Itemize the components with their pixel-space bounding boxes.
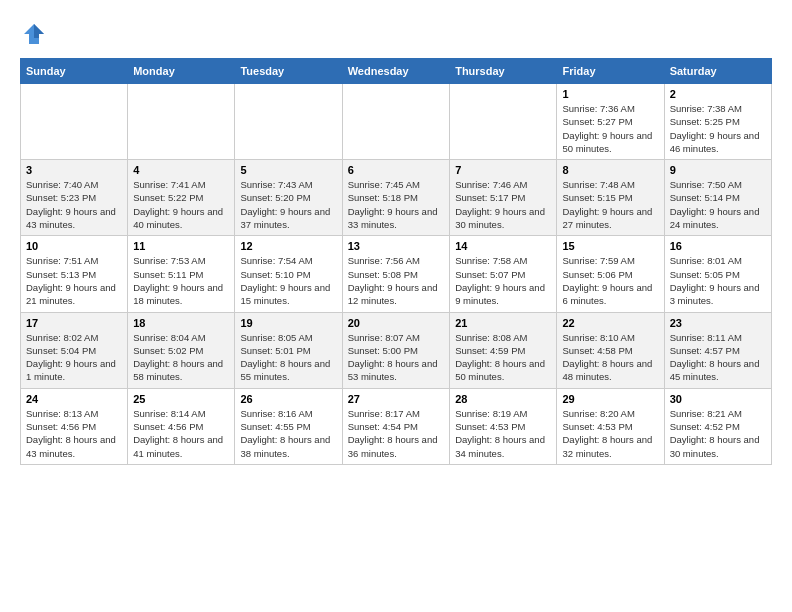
day-number: 23 [670,317,766,329]
day-number: 2 [670,88,766,100]
day-number: 15 [562,240,658,252]
day-info: Sunrise: 7:53 AM Sunset: 5:11 PM Dayligh… [133,254,229,307]
calendar-cell: 16Sunrise: 8:01 AM Sunset: 5:05 PM Dayli… [664,236,771,312]
calendar-cell: 21Sunrise: 8:08 AM Sunset: 4:59 PM Dayli… [450,312,557,388]
day-info: Sunrise: 8:19 AM Sunset: 4:53 PM Dayligh… [455,407,551,460]
weekday-header-row: SundayMondayTuesdayWednesdayThursdayFrid… [21,59,772,84]
calendar-cell: 20Sunrise: 8:07 AM Sunset: 5:00 PM Dayli… [342,312,449,388]
calendar-cell: 18Sunrise: 8:04 AM Sunset: 5:02 PM Dayli… [128,312,235,388]
day-number: 17 [26,317,122,329]
day-number: 8 [562,164,658,176]
calendar-cell [21,84,128,160]
calendar-cell: 23Sunrise: 8:11 AM Sunset: 4:57 PM Dayli… [664,312,771,388]
calendar-cell: 8Sunrise: 7:48 AM Sunset: 5:15 PM Daylig… [557,160,664,236]
calendar-cell [450,84,557,160]
calendar-cell: 9Sunrise: 7:50 AM Sunset: 5:14 PM Daylig… [664,160,771,236]
calendar-cell: 25Sunrise: 8:14 AM Sunset: 4:56 PM Dayli… [128,388,235,464]
header [20,20,772,48]
calendar-cell: 7Sunrise: 7:46 AM Sunset: 5:17 PM Daylig… [450,160,557,236]
calendar-row-week-4: 17Sunrise: 8:02 AM Sunset: 5:04 PM Dayli… [21,312,772,388]
calendar-cell: 6Sunrise: 7:45 AM Sunset: 5:18 PM Daylig… [342,160,449,236]
day-number: 22 [562,317,658,329]
day-info: Sunrise: 8:07 AM Sunset: 5:00 PM Dayligh… [348,331,444,384]
day-info: Sunrise: 7:46 AM Sunset: 5:17 PM Dayligh… [455,178,551,231]
day-info: Sunrise: 7:51 AM Sunset: 5:13 PM Dayligh… [26,254,122,307]
day-info: Sunrise: 7:36 AM Sunset: 5:27 PM Dayligh… [562,102,658,155]
calendar-cell: 17Sunrise: 8:02 AM Sunset: 5:04 PM Dayli… [21,312,128,388]
weekday-header-friday: Friday [557,59,664,84]
calendar-cell: 27Sunrise: 8:17 AM Sunset: 4:54 PM Dayli… [342,388,449,464]
day-number: 4 [133,164,229,176]
day-info: Sunrise: 8:02 AM Sunset: 5:04 PM Dayligh… [26,331,122,384]
day-number: 7 [455,164,551,176]
day-info: Sunrise: 8:04 AM Sunset: 5:02 PM Dayligh… [133,331,229,384]
calendar-cell: 22Sunrise: 8:10 AM Sunset: 4:58 PM Dayli… [557,312,664,388]
calendar-cell: 14Sunrise: 7:58 AM Sunset: 5:07 PM Dayli… [450,236,557,312]
calendar-cell: 19Sunrise: 8:05 AM Sunset: 5:01 PM Dayli… [235,312,342,388]
day-info: Sunrise: 8:20 AM Sunset: 4:53 PM Dayligh… [562,407,658,460]
day-number: 5 [240,164,336,176]
day-number: 6 [348,164,444,176]
day-info: Sunrise: 8:17 AM Sunset: 4:54 PM Dayligh… [348,407,444,460]
calendar-cell: 24Sunrise: 8:13 AM Sunset: 4:56 PM Dayli… [21,388,128,464]
calendar-row-week-1: 1Sunrise: 7:36 AM Sunset: 5:27 PM Daylig… [21,84,772,160]
calendar-cell: 1Sunrise: 7:36 AM Sunset: 5:27 PM Daylig… [557,84,664,160]
day-number: 21 [455,317,551,329]
day-number: 26 [240,393,336,405]
calendar-cell [342,84,449,160]
calendar-row-week-2: 3Sunrise: 7:40 AM Sunset: 5:23 PM Daylig… [21,160,772,236]
day-info: Sunrise: 7:56 AM Sunset: 5:08 PM Dayligh… [348,254,444,307]
day-info: Sunrise: 8:21 AM Sunset: 4:52 PM Dayligh… [670,407,766,460]
calendar-cell: 15Sunrise: 7:59 AM Sunset: 5:06 PM Dayli… [557,236,664,312]
calendar-cell: 30Sunrise: 8:21 AM Sunset: 4:52 PM Dayli… [664,388,771,464]
weekday-header-wednesday: Wednesday [342,59,449,84]
day-info: Sunrise: 7:41 AM Sunset: 5:22 PM Dayligh… [133,178,229,231]
calendar-row-week-5: 24Sunrise: 8:13 AM Sunset: 4:56 PM Dayli… [21,388,772,464]
day-number: 10 [26,240,122,252]
calendar-cell: 26Sunrise: 8:16 AM Sunset: 4:55 PM Dayli… [235,388,342,464]
calendar-cell: 10Sunrise: 7:51 AM Sunset: 5:13 PM Dayli… [21,236,128,312]
calendar-cell: 11Sunrise: 7:53 AM Sunset: 5:11 PM Dayli… [128,236,235,312]
calendar-cell [128,84,235,160]
calendar-cell: 29Sunrise: 8:20 AM Sunset: 4:53 PM Dayli… [557,388,664,464]
day-number: 16 [670,240,766,252]
weekday-header-sunday: Sunday [21,59,128,84]
day-info: Sunrise: 7:58 AM Sunset: 5:07 PM Dayligh… [455,254,551,307]
calendar-cell: 28Sunrise: 8:19 AM Sunset: 4:53 PM Dayli… [450,388,557,464]
day-info: Sunrise: 8:10 AM Sunset: 4:58 PM Dayligh… [562,331,658,384]
day-info: Sunrise: 8:01 AM Sunset: 5:05 PM Dayligh… [670,254,766,307]
weekday-header-thursday: Thursday [450,59,557,84]
day-info: Sunrise: 8:13 AM Sunset: 4:56 PM Dayligh… [26,407,122,460]
logo [20,20,50,48]
day-number: 9 [670,164,766,176]
day-info: Sunrise: 7:45 AM Sunset: 5:18 PM Dayligh… [348,178,444,231]
day-info: Sunrise: 7:40 AM Sunset: 5:23 PM Dayligh… [26,178,122,231]
weekday-header-saturday: Saturday [664,59,771,84]
calendar-cell: 12Sunrise: 7:54 AM Sunset: 5:10 PM Dayli… [235,236,342,312]
calendar-cell [235,84,342,160]
day-info: Sunrise: 8:11 AM Sunset: 4:57 PM Dayligh… [670,331,766,384]
day-number: 29 [562,393,658,405]
calendar-cell: 5Sunrise: 7:43 AM Sunset: 5:20 PM Daylig… [235,160,342,236]
calendar-cell: 13Sunrise: 7:56 AM Sunset: 5:08 PM Dayli… [342,236,449,312]
day-info: Sunrise: 8:16 AM Sunset: 4:55 PM Dayligh… [240,407,336,460]
weekday-header-tuesday: Tuesday [235,59,342,84]
day-number: 19 [240,317,336,329]
day-number: 30 [670,393,766,405]
calendar-cell: 4Sunrise: 7:41 AM Sunset: 5:22 PM Daylig… [128,160,235,236]
day-number: 11 [133,240,229,252]
calendar-cell: 3Sunrise: 7:40 AM Sunset: 5:23 PM Daylig… [21,160,128,236]
day-number: 20 [348,317,444,329]
day-info: Sunrise: 7:54 AM Sunset: 5:10 PM Dayligh… [240,254,336,307]
day-number: 24 [26,393,122,405]
day-number: 12 [240,240,336,252]
day-number: 25 [133,393,229,405]
day-info: Sunrise: 8:14 AM Sunset: 4:56 PM Dayligh… [133,407,229,460]
day-number: 14 [455,240,551,252]
day-info: Sunrise: 8:05 AM Sunset: 5:01 PM Dayligh… [240,331,336,384]
day-number: 3 [26,164,122,176]
day-info: Sunrise: 7:38 AM Sunset: 5:25 PM Dayligh… [670,102,766,155]
calendar-cell: 2Sunrise: 7:38 AM Sunset: 5:25 PM Daylig… [664,84,771,160]
day-info: Sunrise: 8:08 AM Sunset: 4:59 PM Dayligh… [455,331,551,384]
calendar: SundayMondayTuesdayWednesdayThursdayFrid… [20,58,772,465]
